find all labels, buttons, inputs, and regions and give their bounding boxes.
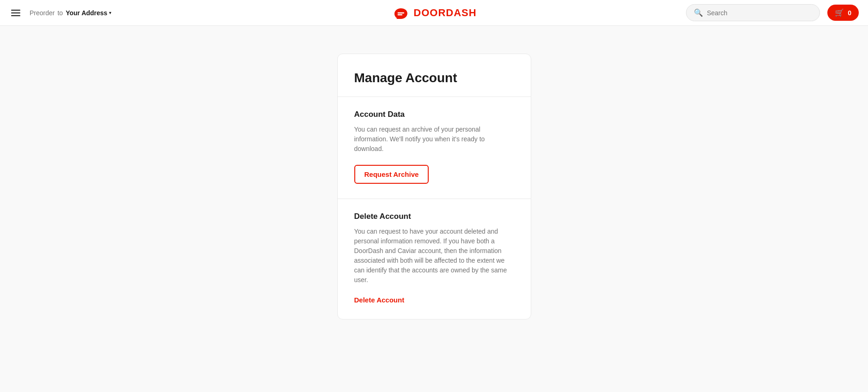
delete-account-link[interactable]: Delete Account bbox=[354, 296, 405, 304]
cart-count: 0 bbox=[848, 9, 851, 17]
delete-account-title: Delete Account bbox=[354, 212, 514, 221]
doordash-logo-icon bbox=[391, 6, 410, 19]
address-label: Your Address bbox=[66, 9, 107, 17]
search-icon: 🔍 bbox=[694, 8, 703, 17]
preorder-to: to bbox=[57, 9, 63, 17]
header-left: Preorder to Your Address ▾ bbox=[9, 8, 111, 18]
cart-button[interactable]: 🛒 0 bbox=[827, 5, 859, 21]
doordash-logo-text: DOORDASH bbox=[413, 7, 476, 19]
account-data-title: Account Data bbox=[354, 110, 514, 119]
cart-icon: 🛒 bbox=[835, 8, 844, 17]
preorder-label: Preorder bbox=[30, 9, 55, 17]
account-data-section: Account Data You can request an archive … bbox=[338, 96, 531, 199]
hamburger-menu-button[interactable] bbox=[9, 8, 22, 18]
page-title: Manage Account bbox=[354, 71, 514, 85]
delete-account-section: Delete Account You can request to have y… bbox=[338, 199, 531, 319]
header-logo[interactable]: DOORDASH bbox=[391, 6, 476, 19]
search-placeholder-text: Search bbox=[707, 9, 727, 17]
header-right: 🔍 Search 🛒 0 bbox=[686, 4, 859, 21]
manage-account-card: Manage Account Account Data You can requ… bbox=[337, 54, 531, 320]
request-archive-button[interactable]: Request Archive bbox=[354, 165, 429, 184]
account-data-description: You can request an archive of your perso… bbox=[354, 125, 514, 154]
main-content: Manage Account Account Data You can requ… bbox=[0, 26, 868, 392]
delete-account-description: You can request to have your account del… bbox=[354, 227, 514, 285]
header: Preorder to Your Address ▾ DOORDASH 🔍 Se… bbox=[0, 0, 868, 26]
chevron-down-icon: ▾ bbox=[109, 10, 111, 15]
search-bar[interactable]: 🔍 Search bbox=[686, 4, 820, 21]
preorder-address-nav[interactable]: Preorder to Your Address ▾ bbox=[30, 9, 111, 17]
card-header: Manage Account bbox=[338, 54, 531, 96]
